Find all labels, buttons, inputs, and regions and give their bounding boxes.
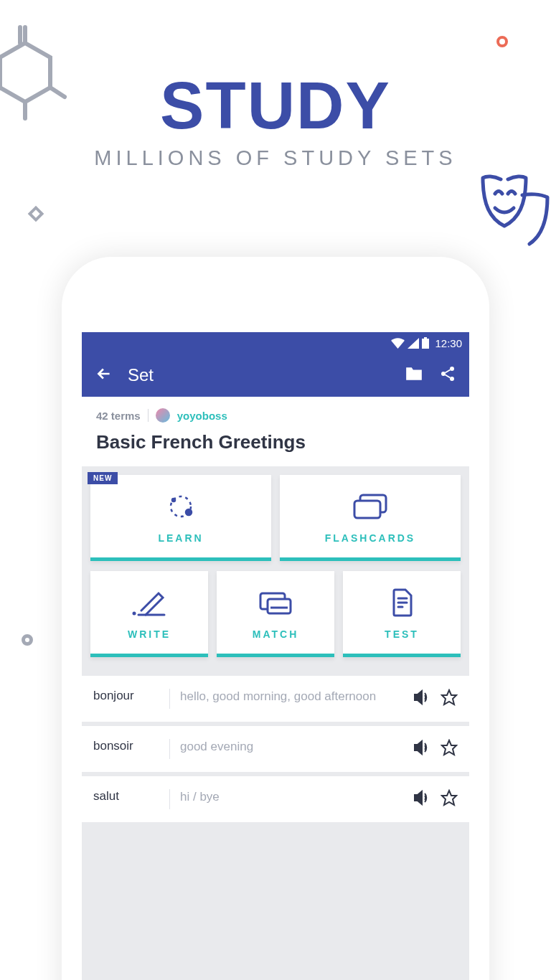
arrow-left-icon <box>95 364 113 383</box>
term-count: 42 terms <box>96 410 141 422</box>
mode-write[interactable]: WRITE <box>90 571 208 657</box>
match-icon <box>258 585 293 620</box>
folder-button[interactable] <box>405 366 423 385</box>
term-divider <box>169 689 170 709</box>
test-icon <box>388 585 415 620</box>
terms-list: bonjour hello, good morning, good aftern… <box>82 676 469 822</box>
speaker-icon <box>413 790 430 806</box>
learn-icon <box>165 489 197 524</box>
term-word: salut <box>93 789 159 804</box>
app-bar: Set <box>82 354 469 397</box>
audio-button[interactable] <box>413 790 430 809</box>
headline-subtitle: MILLIONS OF STUDY SETS <box>0 146 551 170</box>
theater-masks-icon <box>479 165 551 258</box>
term-row[interactable]: bonsoir good evening <box>82 726 469 772</box>
audio-button[interactable] <box>413 740 430 758</box>
svg-marker-25 <box>442 740 456 755</box>
svg-rect-15 <box>354 501 380 518</box>
marketing-headline: STUDY MILLIONS OF STUDY SETS <box>0 0 551 170</box>
svg-point-13 <box>172 499 175 501</box>
avatar[interactable] <box>156 408 170 423</box>
star-button[interactable] <box>441 689 458 709</box>
folder-icon <box>405 366 423 382</box>
svg-point-17 <box>133 611 136 615</box>
app-bar-title: Set <box>128 365 405 385</box>
svg-rect-7 <box>424 337 427 339</box>
term-divider <box>169 739 170 759</box>
svg-point-8 <box>450 367 454 371</box>
battery-icon <box>422 337 429 349</box>
svg-point-12 <box>186 509 192 515</box>
flashcards-icon <box>352 489 389 524</box>
term-definition: hello, good morning, good afternoon <box>180 689 403 705</box>
signal-icon <box>408 338 419 349</box>
term-definition: good evening <box>180 739 403 755</box>
star-icon <box>441 739 458 756</box>
mode-learn[interactable]: NEW LEARN <box>90 475 271 561</box>
diamond-icon <box>28 206 44 222</box>
term-divider <box>169 789 170 809</box>
mode-label: FLASHCARDS <box>325 532 415 544</box>
status-time: 12:30 <box>435 337 462 349</box>
set-title: Basic French Greetings <box>96 431 455 453</box>
write-icon <box>131 585 167 620</box>
term-row[interactable]: salut hi / bye <box>82 776 469 822</box>
speaker-icon <box>413 689 430 705</box>
wifi-icon <box>391 338 405 349</box>
mode-test[interactable]: TEST <box>343 571 461 657</box>
mode-flashcards[interactable]: FLASHCARDS <box>280 475 461 561</box>
grey-circle-icon <box>22 634 33 646</box>
star-button[interactable] <box>441 789 458 809</box>
status-bar: 12:30 <box>82 332 469 354</box>
phone-screen: 12:30 Set 42 terms yoyoboss Basic French… <box>82 332 469 980</box>
mode-label: MATCH <box>253 628 299 640</box>
svg-rect-19 <box>268 599 291 613</box>
share-icon <box>439 365 456 382</box>
mode-match[interactable]: MATCH <box>217 571 334 657</box>
term-definition: hi / bye <box>180 789 403 806</box>
svg-marker-24 <box>442 690 456 705</box>
svg-point-9 <box>441 372 446 376</box>
mode-label: TEST <box>385 628 419 640</box>
username-link[interactable]: yoyoboss <box>177 410 227 422</box>
term-word: bonsoir <box>93 739 159 753</box>
star-icon <box>441 789 458 806</box>
speaker-icon <box>413 740 430 755</box>
study-modes: NEW LEARN FLASHCARDS <box>82 466 469 676</box>
audio-button[interactable] <box>413 689 430 708</box>
new-badge: NEW <box>88 472 118 484</box>
back-button[interactable] <box>95 364 113 386</box>
term-row[interactable]: bonjour hello, good morning, good aftern… <box>82 676 469 722</box>
meta-divider <box>148 409 149 422</box>
star-icon <box>441 689 458 706</box>
svg-rect-6 <box>422 339 429 349</box>
term-word: bonjour <box>93 689 159 703</box>
phone-frame: 12:30 Set 42 terms yoyoboss Basic French… <box>62 257 489 980</box>
star-button[interactable] <box>441 739 458 759</box>
mode-label: WRITE <box>128 628 171 640</box>
share-button[interactable] <box>439 365 456 385</box>
headline-title: STUDY <box>0 68 551 143</box>
set-header: 42 terms yoyoboss Basic French Greetings <box>82 397 469 466</box>
svg-marker-26 <box>442 791 456 805</box>
set-meta: 42 terms yoyoboss <box>96 408 455 423</box>
mode-label: LEARN <box>158 532 203 544</box>
svg-point-10 <box>450 377 454 381</box>
